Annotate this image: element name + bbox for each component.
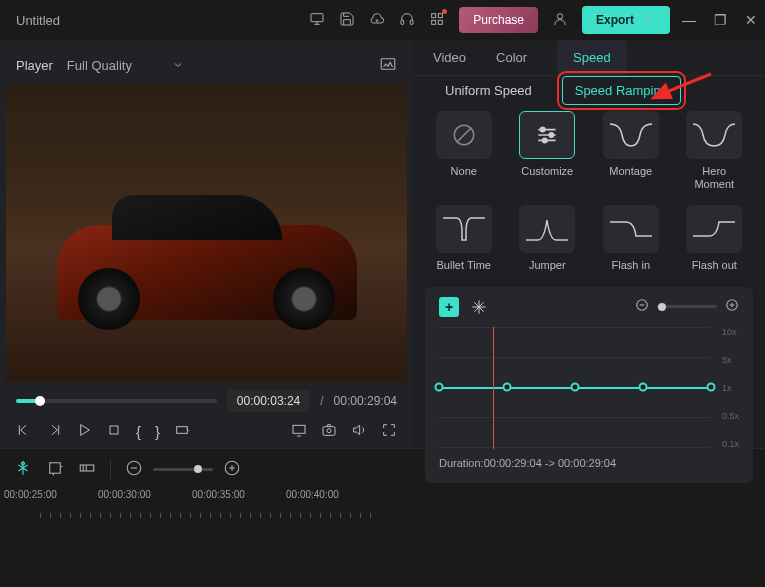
player-panel: Player Full Quality 00:00:03:24 / 00:00:… bbox=[0, 40, 413, 448]
video-viewport[interactable] bbox=[6, 84, 407, 382]
svg-rect-6 bbox=[439, 20, 443, 24]
brace-right-icon[interactable]: } bbox=[155, 423, 160, 440]
tab-color[interactable]: Color bbox=[496, 50, 527, 75]
display-icon[interactable] bbox=[291, 422, 307, 441]
svg-rect-1 bbox=[401, 20, 404, 24]
preset-bullet[interactable]: Bullet Time bbox=[431, 205, 497, 272]
play-icon[interactable] bbox=[76, 422, 92, 441]
prev-frame-icon[interactable] bbox=[16, 422, 32, 441]
cloud-icon[interactable] bbox=[369, 11, 385, 30]
window-controls: — ❐ ✕ bbox=[682, 12, 757, 28]
svg-rect-22 bbox=[80, 465, 94, 471]
svg-rect-11 bbox=[293, 425, 305, 433]
sub-tab-uniform[interactable]: Uniform Speed bbox=[433, 77, 544, 104]
tab-video[interactable]: Video bbox=[433, 50, 466, 75]
next-frame-icon[interactable] bbox=[46, 422, 62, 441]
project-title: Untitled bbox=[16, 13, 60, 28]
preset-flashout[interactable]: Flash out bbox=[682, 205, 748, 272]
preset-flashin[interactable]: Flash in bbox=[598, 205, 664, 272]
timeline-zoom-slider[interactable] bbox=[153, 468, 213, 471]
tab-speed[interactable]: Speed bbox=[557, 40, 627, 75]
seek-slider[interactable] bbox=[16, 399, 217, 403]
svg-point-15 bbox=[541, 127, 545, 131]
speed-tool-icon[interactable] bbox=[78, 459, 96, 480]
svg-rect-10 bbox=[177, 427, 188, 434]
svg-rect-2 bbox=[411, 20, 414, 24]
svg-rect-9 bbox=[110, 426, 118, 434]
preview-image-icon[interactable] bbox=[379, 55, 397, 76]
export-button[interactable]: Export bbox=[582, 6, 670, 34]
graph-playhead[interactable] bbox=[493, 327, 494, 449]
volume-icon[interactable] bbox=[351, 422, 367, 441]
preset-hero[interactable]: Hero Moment bbox=[682, 111, 748, 191]
svg-point-17 bbox=[543, 138, 547, 142]
svg-rect-8 bbox=[381, 58, 395, 69]
time-total: 00:00:29:04 bbox=[334, 394, 397, 408]
time-separator: / bbox=[320, 394, 323, 408]
preset-none[interactable]: None bbox=[431, 111, 497, 191]
maximize-icon[interactable]: ❐ bbox=[714, 12, 727, 28]
preset-grid: None Customize Montage Hero Moment Bulle… bbox=[413, 105, 765, 279]
crop-icon[interactable] bbox=[46, 459, 64, 480]
ramp-zoom-out-icon[interactable] bbox=[635, 298, 649, 315]
preset-montage[interactable]: Montage bbox=[598, 111, 664, 191]
svg-point-16 bbox=[549, 133, 553, 137]
freeze-frame-button[interactable] bbox=[469, 297, 489, 317]
chevron-down-icon bbox=[172, 59, 184, 71]
purchase-button[interactable]: Purchase bbox=[459, 7, 538, 33]
speed-graph[interactable]: 10x 5x 1x 0.5x 0.1x bbox=[439, 327, 739, 449]
svg-rect-0 bbox=[311, 13, 323, 21]
svg-rect-12 bbox=[323, 427, 335, 436]
minimize-icon[interactable]: — bbox=[682, 12, 696, 28]
apps-icon[interactable] bbox=[429, 11, 445, 30]
stop-icon[interactable] bbox=[106, 422, 122, 441]
property-tabs: Video Color Speed bbox=[413, 40, 765, 76]
close-icon[interactable]: ✕ bbox=[745, 12, 757, 28]
add-keyframe-button[interactable]: + bbox=[439, 297, 459, 317]
fullscreen-icon[interactable] bbox=[381, 422, 397, 441]
titlebar: Untitled Purchase Export — ❐ ✕ bbox=[0, 0, 765, 40]
svg-rect-21 bbox=[50, 462, 61, 473]
timeline-zoom-out-icon[interactable] bbox=[125, 459, 143, 480]
cut-mode-icon[interactable] bbox=[14, 459, 32, 480]
duration-readout: Duration:00:00:29:04 -> 00:00:29:04 bbox=[439, 457, 739, 469]
svg-rect-3 bbox=[432, 13, 436, 17]
sub-tab-ramping[interactable]: Speed Ramping bbox=[562, 76, 681, 105]
time-current: 00:00:03:24 bbox=[227, 390, 310, 412]
quality-value: Full Quality bbox=[67, 58, 132, 73]
ramp-zoom-slider[interactable] bbox=[657, 305, 717, 308]
export-label: Export bbox=[596, 13, 634, 27]
ramp-zoom-in-icon[interactable] bbox=[725, 298, 739, 315]
timeline-zoom-in-icon[interactable] bbox=[223, 459, 241, 480]
ramp-panel: + 10x 5x 1x 0.5x 0.1x bbox=[425, 287, 753, 483]
properties-panel: Video Color Speed Uniform Speed Speed Ra… bbox=[413, 40, 765, 448]
player-label: Player bbox=[16, 58, 53, 73]
headset-icon[interactable] bbox=[399, 11, 415, 30]
svg-rect-4 bbox=[439, 13, 443, 17]
svg-point-13 bbox=[327, 429, 331, 433]
speed-sub-tabs: Uniform Speed Speed Ramping bbox=[413, 76, 765, 105]
preset-jumper[interactable]: Jumper bbox=[515, 205, 581, 272]
timeline-ruler[interactable]: 00:00:25:00 00:00:30:00 00:00:35:00 00:0… bbox=[0, 489, 765, 513]
brace-left-icon[interactable]: { bbox=[136, 423, 141, 440]
snapshot-icon[interactable] bbox=[321, 422, 337, 441]
user-icon[interactable] bbox=[552, 11, 568, 30]
svg-rect-5 bbox=[432, 20, 436, 24]
preset-customize[interactable]: Customize bbox=[515, 111, 581, 191]
svg-point-7 bbox=[557, 13, 562, 18]
save-icon[interactable] bbox=[339, 11, 355, 30]
titlebar-icon-group: Purchase Export bbox=[309, 6, 670, 34]
quality-dropdown[interactable]: Full Quality bbox=[67, 58, 184, 73]
monitor-icon[interactable] bbox=[309, 11, 325, 30]
ratio-icon[interactable] bbox=[174, 422, 190, 441]
